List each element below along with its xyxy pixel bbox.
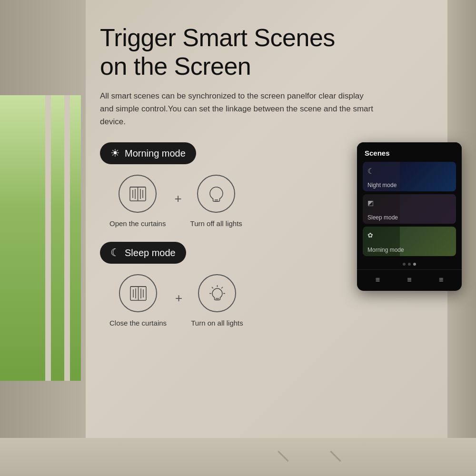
morning-mode-icon: ☀ bbox=[110, 147, 120, 159]
panel-nav: ≡ ≡ ≡ bbox=[357, 269, 462, 291]
open-curtains-action: Open the curtains bbox=[109, 175, 166, 228]
night-scene-label: Night mode bbox=[367, 182, 397, 188]
nav-icon-1[interactable]: ≡ bbox=[376, 276, 380, 284]
light-on-svg bbox=[207, 283, 228, 304]
sleep-scene-icon: ◩ bbox=[367, 199, 374, 207]
curtain-open-svg bbox=[127, 183, 149, 205]
device-panel: Scenes ☾ Night mode ◩ Sleep mode ✿ bbox=[357, 142, 462, 291]
window-divider-2 bbox=[64, 95, 70, 381]
close-curtains-action: Close the curtains bbox=[109, 274, 167, 327]
plus-sign-1: + bbox=[174, 191, 181, 206]
panel-header: Scenes bbox=[363, 149, 456, 157]
morning-mode-badge[interactable]: ☀ Morning mode bbox=[100, 142, 196, 164]
turn-on-lights-label: Turn on all lights bbox=[191, 319, 243, 327]
svg-line-20 bbox=[221, 287, 223, 288]
open-curtains-label: Open the curtains bbox=[109, 219, 166, 228]
scene-card-night[interactable]: ☾ Night mode bbox=[363, 162, 456, 191]
floor-mark-2 bbox=[330, 451, 341, 462]
nav-icon-2[interactable]: ≡ bbox=[407, 276, 411, 284]
scene-card-sleep[interactable]: ◩ Sleep mode bbox=[363, 194, 456, 224]
dot-3 bbox=[413, 263, 416, 266]
close-curtains-label: Close the curtains bbox=[109, 319, 167, 327]
modes-section: ☀ Morning mode bbox=[100, 142, 338, 341]
night-scene-icon: ☾ bbox=[367, 167, 374, 176]
morning-scene-icon: ✿ bbox=[367, 231, 373, 239]
turn-on-lights-icon bbox=[198, 274, 236, 312]
turn-off-lights-icon bbox=[197, 175, 235, 213]
dot-1 bbox=[403, 263, 406, 266]
scenes-area: ☀ Morning mode bbox=[100, 142, 462, 341]
turn-off-lights-action: Turn off all lights bbox=[190, 175, 242, 228]
dot-2 bbox=[408, 263, 411, 266]
turn-off-lights-label: Turn off all lights bbox=[190, 219, 242, 228]
nav-icon-3[interactable]: ≡ bbox=[439, 276, 443, 284]
plus-sign-2: + bbox=[175, 291, 182, 306]
morning-actions-row: Open the curtains + Turn off all bbox=[100, 175, 338, 228]
morning-scene-thumb bbox=[400, 227, 456, 256]
scene-card-morning[interactable]: ✿ Morning mode bbox=[363, 227, 456, 256]
sleep-scene-thumb bbox=[400, 194, 456, 224]
window-view bbox=[0, 95, 81, 381]
svg-line-19 bbox=[212, 287, 213, 288]
open-curtains-icon bbox=[119, 175, 157, 213]
sleep-scene-label: Sleep mode bbox=[367, 214, 398, 221]
close-curtains-icon bbox=[119, 274, 157, 312]
morning-mode-block: ☀ Morning mode bbox=[100, 142, 338, 228]
page-title: Trigger Smart Scenes on the Screen bbox=[100, 24, 462, 81]
floor bbox=[0, 438, 476, 476]
sleep-mode-badge[interactable]: ☾ Sleep mode bbox=[100, 242, 186, 264]
floor-mark-1 bbox=[278, 451, 288, 462]
panel-screen: Scenes ☾ Night mode ◩ Sleep mode ✿ bbox=[357, 142, 462, 269]
page-description: All smart scenes can be synchronized to … bbox=[100, 89, 376, 129]
sleep-mode-icon: ☾ bbox=[110, 247, 120, 259]
morning-scene-label: Morning mode bbox=[367, 247, 404, 253]
sleep-mode-label: Sleep mode bbox=[125, 248, 176, 258]
sleep-actions-row: Close the curtains + bbox=[100, 274, 338, 327]
window-divider-1 bbox=[45, 95, 51, 381]
light-off-svg bbox=[206, 183, 227, 205]
content-area: Trigger Smart Scenes on the Screen All s… bbox=[86, 14, 476, 351]
turn-on-lights-action: Turn on all lights bbox=[191, 274, 243, 327]
morning-mode-label: Morning mode bbox=[125, 148, 186, 159]
sleep-mode-block: ☾ Sleep mode bbox=[100, 242, 338, 327]
panel-dots bbox=[363, 259, 456, 269]
curtain-close-svg bbox=[128, 283, 149, 304]
night-scene-thumb bbox=[400, 162, 456, 191]
